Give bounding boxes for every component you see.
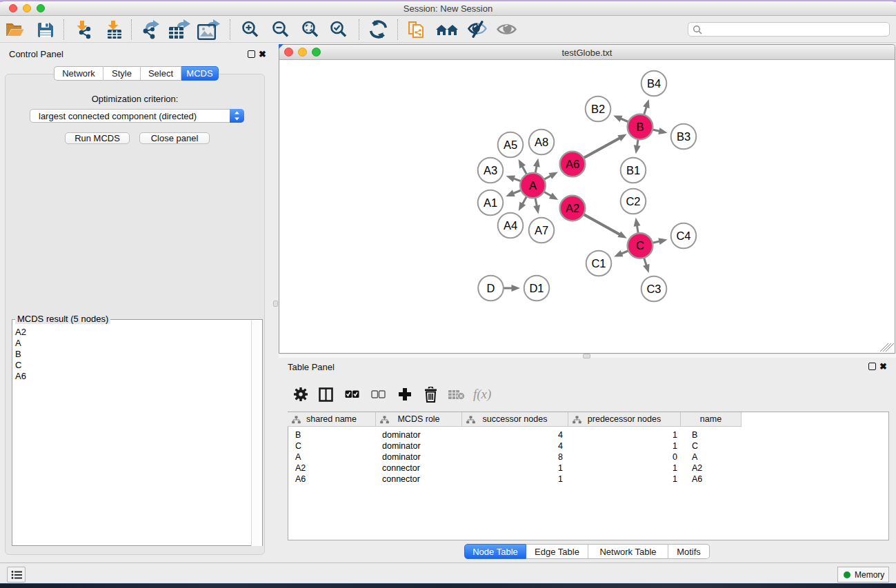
svg-text:D: D [487, 282, 495, 294]
svg-text:B1: B1 [626, 164, 640, 176]
svg-text:A1: A1 [484, 196, 497, 209]
svg-text:B2: B2 [591, 103, 605, 115]
svg-text:A2: A2 [566, 202, 579, 214]
svg-text:B: B [636, 121, 644, 133]
svg-text:C1: C1 [591, 257, 606, 270]
svg-text:C: C [636, 239, 644, 252]
svg-text:A6: A6 [566, 158, 579, 170]
svg-text:C4: C4 [676, 230, 690, 242]
svg-text:B3: B3 [677, 130, 690, 143]
svg-text:C2: C2 [626, 195, 640, 207]
svg-text:C3: C3 [646, 283, 661, 295]
svg-text:A4: A4 [504, 219, 517, 232]
svg-text:D1: D1 [529, 282, 544, 294]
svg-text:A3: A3 [484, 164, 497, 176]
svg-text:A8: A8 [535, 136, 548, 148]
svg-text:A7: A7 [535, 224, 548, 236]
svg-text:B4: B4 [647, 77, 661, 90]
svg-text:A5: A5 [504, 139, 517, 151]
svg-text:A: A [529, 179, 537, 192]
